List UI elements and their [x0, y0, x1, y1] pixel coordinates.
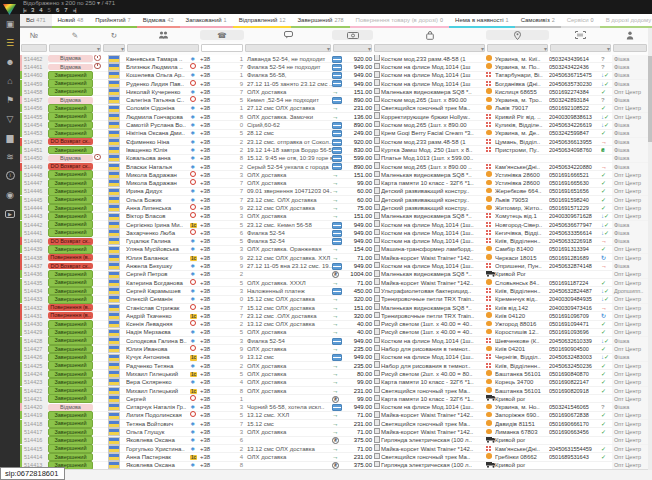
tab-Завершений[interactable]: Завершений278 — [291, 14, 349, 28]
ttn-column-icon[interactable] — [549, 30, 612, 40]
product-column-icon[interactable] — [373, 30, 486, 40]
client-phone[interactable]: +38 — [200, 428, 234, 436]
client-phone[interactable]: +38 — [200, 204, 234, 212]
client-phone[interactable]: +38 — [200, 88, 234, 96]
tab-В дорозі додому[interactable]: В дорозі додому0 — [600, 14, 652, 28]
client-phone[interactable]: +38 — [200, 362, 234, 370]
page-button[interactable]: 4 — [39, 7, 42, 14]
stats-icon[interactable]: ▆ — [0, 128, 20, 147]
client-phone[interactable]: +38 — [200, 270, 234, 278]
bank-icon[interactable]: ⌂ — [0, 71, 20, 90]
client-phone[interactable]: +38 — [200, 80, 234, 88]
page-prev-button[interactable]: |« — [23, 7, 26, 14]
filter-input[interactable] — [613, 44, 647, 52]
client-phone[interactable]: +38 — [200, 370, 234, 378]
client-phone[interactable]: +38 — [200, 221, 234, 229]
tab-Нема в наявності[interactable]: Нема в наявності1 — [449, 14, 515, 28]
tab-Повернення товару (в дорозі)[interactable]: Повернення товару (в дорозі)0 — [350, 14, 450, 28]
client-column-icon[interactable] — [126, 30, 200, 40]
order-id-column-icon[interactable]: № — [20, 30, 48, 40]
client-phone[interactable]: +38 — [200, 304, 234, 312]
payment-column-icon[interactable] — [332, 30, 373, 40]
tab-Відмова[interactable]: Відмова42 — [137, 14, 180, 28]
delivery-column-icon[interactable] — [486, 30, 549, 40]
filter-select[interactable]: ▾ — [103, 44, 125, 52]
filter-select[interactable]: ▾ — [374, 44, 485, 52]
client-phone[interactable]: +38 — [200, 154, 234, 162]
client-phone[interactable]: +38 — [200, 237, 234, 245]
client-phone[interactable]: +38 — [200, 403, 234, 411]
tab-Прийнятий[interactable]: Прийнятий7 — [89, 14, 136, 28]
page-next-button[interactable]: »| — [73, 7, 76, 14]
filter-select[interactable]: ▾ — [550, 44, 611, 52]
status-column-icon[interactable]: ✎ — [48, 30, 102, 40]
sliders-icon[interactable]: ≋ — [0, 147, 20, 166]
client-phone[interactable]: +38 — [200, 254, 234, 262]
filter-select[interactable]: ▾ — [49, 44, 101, 52]
filter-input[interactable] — [127, 44, 199, 52]
client-phone[interactable]: +38 — [200, 295, 234, 303]
client-phone[interactable]: +38 — [200, 279, 234, 287]
client-phone[interactable]: +38 — [200, 129, 234, 137]
info-icon[interactable]: i — [0, 166, 20, 185]
client-phone[interactable]: +38 — [200, 328, 234, 336]
client-phone[interactable]: +38 — [200, 262, 234, 270]
tab-Всі[interactable]: Всі471 — [20, 14, 52, 28]
support-icon[interactable]: ◉ — [0, 185, 20, 204]
client-phone[interactable]: +38 — [200, 461, 234, 469]
client-phone[interactable]: +38 — [200, 312, 234, 320]
filter-select[interactable]: ▾ — [245, 44, 331, 52]
tab-Запакований[interactable]: Запакований1 — [180, 14, 233, 28]
phone-column-icon[interactable]: ☎ — [200, 30, 244, 40]
refresh-column-icon[interactable]: ↻ — [102, 30, 126, 40]
client-phone[interactable]: +38 — [200, 138, 234, 146]
client-phone[interactable]: +38 — [200, 104, 234, 112]
client-phone[interactable]: +38 — [200, 196, 234, 204]
filter-select[interactable]: ▾ — [333, 44, 372, 52]
tab-Самовивіз[interactable]: Самовивіз2 — [515, 14, 561, 28]
comment-column-icon[interactable] — [244, 30, 332, 40]
client-phone[interactable]: +38 — [200, 55, 234, 63]
client-phone[interactable]: +38 — [200, 411, 234, 419]
funnel-icon[interactable]: ▽ — [0, 109, 20, 128]
client-phone[interactable]: +38 — [200, 229, 234, 237]
contacts-icon[interactable]: ☻ — [0, 52, 20, 71]
client-phone[interactable]: +38 — [200, 212, 234, 220]
client-phone[interactable]: +38 — [200, 287, 234, 295]
client-phone[interactable]: +38 — [200, 320, 234, 328]
client-phone[interactable]: +38 — [200, 163, 234, 171]
app-logo-icon[interactable] — [3, 1, 16, 19]
client-phone[interactable]: +38 — [200, 146, 234, 154]
client-phone[interactable]: +38 — [200, 436, 234, 444]
filter-select[interactable]: ▾ — [487, 44, 548, 52]
promo-icon[interactable]: ⚑ — [0, 90, 20, 109]
client-phone[interactable]: +38 — [200, 121, 234, 129]
client-phone[interactable]: +38 — [200, 337, 234, 345]
tab-Новий[interactable]: Новий48 — [52, 14, 90, 28]
page-button[interactable]: 3 — [31, 7, 34, 14]
client-phone[interactable]: +38 — [200, 171, 234, 179]
video-icon[interactable]: ▶ — [0, 204, 20, 223]
client-phone[interactable]: +38 — [200, 63, 234, 71]
client-phone[interactable]: +38 — [200, 353, 234, 361]
tab-Відправлений[interactable]: Відправлений12 — [233, 14, 292, 28]
page-button[interactable]: 5 — [48, 7, 51, 14]
client-phone[interactable]: +38 — [200, 395, 234, 403]
scrollbar[interactable] — [648, 28, 652, 470]
client-phone[interactable]: +38 — [200, 245, 234, 253]
client-phone[interactable]: +38 — [200, 345, 234, 353]
client-phone[interactable]: +38 — [200, 187, 234, 195]
client-phone[interactable]: +38 — [200, 96, 234, 104]
client-phone[interactable]: +38 — [200, 420, 234, 428]
manager-column-icon[interactable] — [612, 30, 648, 40]
client-phone[interactable]: +38 — [200, 113, 234, 121]
page-button[interactable]: 7 — [64, 7, 67, 14]
client-phone[interactable]: +38 — [200, 378, 234, 386]
scrollbar-thumb[interactable] — [648, 56, 652, 142]
client-phone[interactable]: +38 — [200, 453, 234, 461]
client-phone[interactable]: +38 — [200, 445, 234, 453]
client-phone[interactable]: +38 — [200, 179, 234, 187]
filter-input[interactable] — [21, 44, 47, 52]
tab-Сервіси[interactable]: Сервіси0 — [561, 14, 600, 28]
orders-icon[interactable]: ☰ — [0, 33, 20, 52]
